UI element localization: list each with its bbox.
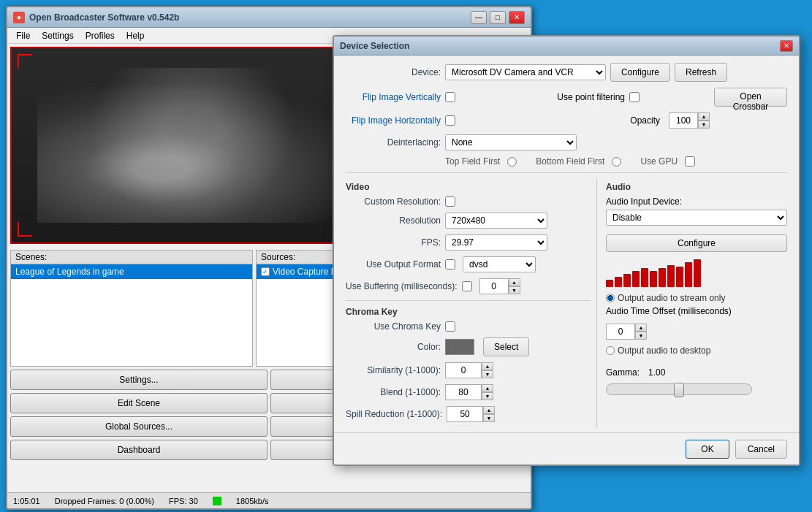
spill-input[interactable] <box>447 406 483 422</box>
opacity-spinner: ▲ ▼ <box>669 112 710 129</box>
custom-resolution-checkbox[interactable] <box>445 196 455 207</box>
meter-bar-2 <box>615 277 622 287</box>
buffering-up[interactable]: ▲ <box>509 278 520 286</box>
deinterlacing-select[interactable]: None Blend Bob Discard <box>445 134 577 150</box>
open-crossbar-button[interactable]: Open Crossbar <box>714 88 787 107</box>
device-select[interactable]: Microsoft DV Camera and VCR <box>445 64 606 80</box>
color-picker[interactable] <box>445 339 474 355</box>
two-col-layout: Video Custom Resolution: Resolution 720x… <box>346 179 787 428</box>
opacity-label: Opacity <box>630 115 660 126</box>
opacity-spinner-buttons: ▲ ▼ <box>698 112 710 129</box>
buffering-checkbox[interactable] <box>462 281 472 291</box>
use-point-filtering-checkbox[interactable] <box>629 92 640 102</box>
output-desktop-radio-row: Output audio to desktop <box>606 345 787 356</box>
similarity-spinner-buttons: ▲ ▼ <box>482 362 493 378</box>
opacity-up[interactable]: ▲ <box>698 112 710 121</box>
meter-bar-3 <box>623 274 631 287</box>
meter-bar-6 <box>650 271 657 287</box>
audio-input-device-label: Audio Input Device: <box>606 196 787 207</box>
device-label: Device: <box>346 67 441 77</box>
output-format-checkbox[interactable] <box>445 259 455 270</box>
blend-spinner-buttons: ▲ ▼ <box>482 384 493 400</box>
meter-bar-11 <box>694 259 701 287</box>
audio-configure-button[interactable]: Configure <box>606 234 787 252</box>
configure-device-button[interactable]: Configure <box>610 63 670 82</box>
similarity-spinner: ▲ ▼ <box>445 362 493 378</box>
bottom-field-first-radio[interactable] <box>612 157 621 167</box>
audio-offset-label: Audio Time Offset (milliseconds) <box>606 306 787 316</box>
spill-up[interactable]: ▲ <box>483 406 495 414</box>
divider-2 <box>346 300 591 301</box>
flip-horizontal-label: Flip Image Horizontally <box>346 115 441 126</box>
ok-button[interactable]: OK <box>686 440 729 459</box>
use-gpu-checkbox[interactable] <box>685 156 695 167</box>
device-row: Device: Microsoft DV Camera and VCR Conf… <box>346 63 787 82</box>
flip-vertical-checkbox[interactable] <box>445 92 455 102</box>
flip-row: Flip Image Vertically Use point filterin… <box>346 88 787 107</box>
deinterlacing-row: Deinterlacing: None Blend Bob Discard <box>346 134 787 150</box>
dialog-close-button[interactable]: ✕ <box>780 40 793 52</box>
blend-up[interactable]: ▲ <box>482 384 493 392</box>
cancel-button[interactable]: Cancel <box>735 440 787 459</box>
chroma-key-header: Chroma Key <box>346 307 591 317</box>
gamma-thumb[interactable] <box>674 383 684 397</box>
meter-bar-10 <box>685 262 692 287</box>
buffering-down[interactable]: ▼ <box>509 286 520 294</box>
resolution-row: Resolution 720x480 640x480 1280x720 1920… <box>346 213 591 229</box>
custom-resolution-label: Custom Resolution: <box>346 196 441 207</box>
meter-bar-4 <box>632 271 640 287</box>
blend-label: Blend (1-1000): <box>346 387 441 397</box>
dialog-footer: OK Cancel <box>334 432 799 465</box>
spill-spinner: ▲ ▼ <box>447 406 495 422</box>
resolution-select[interactable]: 720x480 640x480 1280x720 1920x1080 <box>445 213 547 229</box>
use-chroma-key-label: Use Chroma Key <box>346 321 441 332</box>
spill-row: Spill Reduction (1-1000): ▲ ▼ <box>346 406 591 422</box>
spill-down[interactable]: ▼ <box>483 414 495 422</box>
spill-label: Spill Reduction (1-1000): <box>346 409 442 419</box>
fps-label: FPS: <box>346 237 441 248</box>
color-row: Color: Select <box>346 337 591 356</box>
audio-offset-spinner: ▲ ▼ <box>606 324 647 340</box>
buffering-label: Use Buffering (milliseconds): <box>346 281 458 291</box>
audio-offset-up[interactable]: ▲ <box>635 324 647 332</box>
audio-offset-input[interactable] <box>606 324 635 340</box>
blend-down[interactable]: ▼ <box>482 392 493 400</box>
opacity-input[interactable] <box>669 112 698 129</box>
opacity-down[interactable]: ▼ <box>698 121 710 129</box>
output-stream-radio[interactable] <box>606 294 615 302</box>
output-format-select[interactable]: dvsd <box>463 256 536 272</box>
dialog-title: Device Selection <box>340 41 780 51</box>
audio-offset-down[interactable]: ▼ <box>635 332 647 340</box>
similarity-input[interactable] <box>445 362 482 378</box>
buffering-input[interactable] <box>479 278 509 294</box>
similarity-up[interactable]: ▲ <box>482 362 493 370</box>
buffering-spinner: ▲ ▼ <box>479 278 520 294</box>
blend-input[interactable] <box>445 384 482 400</box>
use-chroma-key-checkbox[interactable] <box>445 321 455 332</box>
video-section-header: Video <box>346 182 591 192</box>
flip-horizontal-checkbox[interactable] <box>445 115 455 126</box>
right-col: Audio Audio Input Device: Disable Defaul… <box>597 179 787 428</box>
similarity-down[interactable]: ▼ <box>482 370 493 378</box>
output-format-label: Use Output Format <box>346 259 441 270</box>
gamma-slider[interactable] <box>606 383 752 395</box>
gamma-value: 1.00 <box>648 367 665 378</box>
fps-row: FPS: 29.97 25 30 60 <box>346 234 591 251</box>
output-desktop-radio[interactable] <box>606 346 615 355</box>
buffering-spinner-buttons: ▲ ▼ <box>509 278 520 294</box>
select-color-button[interactable]: Select <box>483 337 529 356</box>
audio-section-header: Audio <box>606 182 787 192</box>
dialog-content: Device: Microsoft DV Camera and VCR Conf… <box>334 56 799 440</box>
top-field-first-label: Top Field First <box>445 156 500 167</box>
meter-bar-8 <box>667 265 675 287</box>
fps-select[interactable]: 29.97 25 30 60 <box>445 234 547 251</box>
refresh-button[interactable]: Refresh <box>675 63 727 82</box>
meter-bar-9 <box>676 267 683 287</box>
output-stream-radio-row: Output audio to stream only <box>606 293 787 303</box>
top-field-first-radio[interactable] <box>507 157 517 167</box>
audio-device-select[interactable]: Disable Default Device <box>606 210 787 226</box>
output-desktop-label: Output audio to desktop <box>618 345 710 356</box>
output-stream-label: Output audio to stream only <box>618 293 725 303</box>
deinterlacing-label: Deinterlacing: <box>346 137 441 148</box>
meter-bar-1 <box>606 280 613 287</box>
